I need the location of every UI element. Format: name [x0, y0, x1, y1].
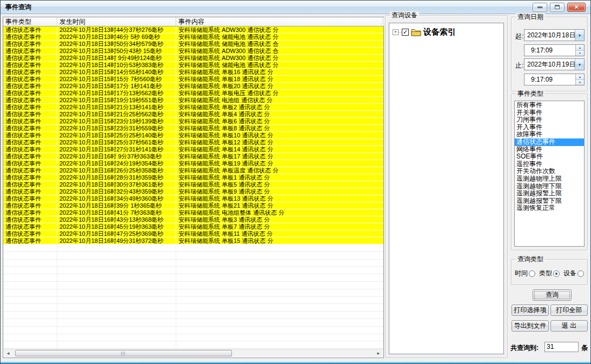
- title-bar[interactable]: 事件查询 ✕: [1, 1, 590, 14]
- table-cell: [57, 341, 176, 349]
- table-row[interactable]: 通信状态事件2022年10月18日15时25分37秒561毫秒安科瑞储能系统 单…: [3, 139, 383, 146]
- spin-down-icon[interactable]: ▼: [576, 80, 584, 85]
- table-cell: 安科瑞储能系统 单板15 通讯状态 分: [176, 237, 383, 244]
- chevron-down-icon[interactable]: ▼: [575, 30, 584, 41]
- table-cell: 2022年10月18日15时23分31秒559毫秒: [57, 125, 176, 132]
- tree-expand-icon[interactable]: +: [393, 29, 399, 35]
- column-header-time[interactable]: 发生时间: [57, 17, 176, 26]
- table-row[interactable]: 通信状态事件2022年10月18日16时39分 1秒365毫秒安科瑞储能系统 单…: [3, 202, 383, 209]
- query-button[interactable]: 查询: [533, 289, 572, 301]
- table-row[interactable]: 通信状态事件2022年10月18日16时24分19秒354毫秒安科瑞储能系统 单…: [3, 160, 383, 167]
- event-type-option[interactable]: 开关事件: [515, 109, 584, 117]
- spin-down-icon[interactable]: ▼: [576, 50, 584, 56]
- table-row: [3, 282, 383, 289]
- radio-button-icon[interactable]: [529, 270, 535, 277]
- table-row[interactable]: 通信状态事件2022年10月18日16时34分49秒360毫秒安科瑞储能系统 单…: [3, 195, 383, 202]
- table-row[interactable]: 通信状态事件2022年10月18日15时23分31秒559毫秒安科瑞储能系统 单…: [3, 125, 383, 132]
- table-row[interactable]: 通信状态事件2022年10月18日15时19分19秒551毫秒安科瑞储能系统 电…: [3, 97, 383, 104]
- table-row[interactable]: 通信状态事件2022年10月18日16时43分13秒368毫秒安科瑞储能系统 单…: [3, 216, 383, 223]
- table-row[interactable]: 通信状态事件2022年10月18日16时41分 7秒363毫秒安科瑞储能系统 电…: [3, 209, 383, 216]
- end-time-input[interactable]: 9:17:09 ▲▼: [524, 74, 585, 85]
- spin-up-icon[interactable]: ▲: [576, 45, 584, 50]
- scrollbar-thumb[interactable]: [15, 350, 232, 356]
- event-type-option[interactable]: 通信状态事件: [515, 138, 584, 146]
- event-type-option[interactable]: 遥测恢复正常: [515, 204, 584, 212]
- table-cell: 2022年10月18日13时46分 5秒 69毫秒: [57, 34, 176, 41]
- event-type-option[interactable]: 遥测越物理上限: [515, 175, 584, 183]
- table-cell: 2022年10月18日13时50分43秒 15毫秒: [57, 48, 176, 55]
- restore-button[interactable]: [550, 3, 565, 12]
- table-row[interactable]: 通信状态事件2022年10月18日16时30分37秒361毫秒安科瑞储能系统 单…: [3, 181, 383, 188]
- event-type-option[interactable]: 开入事件: [515, 124, 584, 131]
- scrollbar-track[interactable]: [12, 349, 374, 357]
- column-header-event-type[interactable]: 事件类型: [3, 17, 57, 26]
- table-row[interactable]: 通信状态事件2022年10月18日16时49分31秒372毫秒安科瑞储能系统 单…: [3, 237, 383, 244]
- table-cell: 2022年10月18日16时39分 1秒365毫秒: [57, 202, 176, 209]
- table-row: [3, 244, 383, 252]
- scroll-left-arrow-icon[interactable]: ◄: [4, 349, 12, 357]
- table-row[interactable]: 通信状态事件2022年10月18日16时45分19秒363毫秒安科瑞储能系统 单…: [3, 223, 383, 230]
- table-row[interactable]: 通信状态事件2022年10月18日13时50分34秒579毫秒安科瑞储能系统 储…: [3, 41, 383, 48]
- table-row[interactable]: 通信状态事件2022年10月18日15时27分31秒141毫秒安科瑞储能系统 单…: [3, 146, 383, 153]
- event-type-option[interactable]: SOE事件: [515, 153, 584, 161]
- table-cell: [176, 244, 383, 252]
- chevron-down-icon[interactable]: ▼: [575, 59, 584, 70]
- table-row[interactable]: 通信状态事件2022年10月18日16时28分31秒359毫秒安科瑞储能系统 单…: [3, 174, 383, 181]
- table-cell: 通信状态事件: [3, 118, 57, 125]
- table-row[interactable]: 通信状态事件2022年10月18日16时47分25秒369毫秒安科瑞储能系统 单…: [3, 230, 383, 237]
- event-type-option[interactable]: 所有事件: [515, 102, 584, 109]
- minimize-button[interactable]: [533, 3, 547, 12]
- start-time-stepper[interactable]: ▲▼: [575, 45, 584, 56]
- table-row[interactable]: 通信状态事件2022年10月18日15时17分13秒562毫秒安科瑞储能系统 单…: [3, 90, 383, 97]
- device-tree[interactable]: + ✓ 设备索引: [389, 23, 504, 354]
- radio-button-icon[interactable]: [553, 270, 560, 277]
- horizontal-scrollbar[interactable]: ◄ ►: [4, 349, 383, 357]
- event-type-list[interactable]: 所有事件开关事件刀闸事件开入事件故障事件通信状态事件网络事件SOE事件遥控事件开…: [514, 101, 585, 247]
- print-selected-button[interactable]: 打印选择项: [512, 305, 549, 316]
- result-count-field[interactable]: 31: [544, 342, 579, 352]
- table-row[interactable]: 通信状态事件2022年10月18日16时 9分37秒363毫秒安科瑞储能系统 单…: [3, 153, 383, 160]
- table-row[interactable]: 通信状态事件2022年10月18日15时15分 7秒560毫秒安科瑞储能系统 单…: [3, 76, 383, 83]
- table-row[interactable]: 通信状态事件2022年10月18日15时21分25秒562毫秒安科瑞储能系统 单…: [3, 111, 383, 118]
- table-row[interactable]: 通信状态事件2022年10月18日14时 9分49秒124毫秒安科瑞储能系统 A…: [3, 55, 383, 62]
- spin-up-icon[interactable]: ▲: [576, 74, 584, 80]
- table-row[interactable]: 通信状态事件2022年10月18日13时50分43秒 15毫秒安科瑞储能系统 A…: [3, 48, 383, 55]
- radio-option[interactable]: 时间: [515, 269, 535, 278]
- event-type-option[interactable]: 遥测越报警上限: [515, 190, 584, 197]
- table-row[interactable]: 通信状态事件2022年10月18日15时25分25秒140毫秒安科瑞储能系统 单…: [3, 132, 383, 139]
- table-row[interactable]: 通信状态事件2022年10月18日15时21分13秒141毫秒安科瑞储能系统 单…: [3, 104, 383, 111]
- tree-item-device-index[interactable]: + ✓ 设备索引: [389, 23, 503, 37]
- table-row[interactable]: 通信状态事件2022年10月18日15时14分55秒140毫秒安科瑞储能系统 单…: [3, 69, 383, 76]
- table-row: [3, 297, 383, 305]
- table-row[interactable]: 通信状态事件2022年10月18日13时44分37秒276毫秒安科瑞储能系统 A…: [3, 27, 383, 34]
- table-row[interactable]: 通信状态事件2022年10月18日16时32分43秒359毫秒安科瑞储能系统 单…: [3, 188, 383, 195]
- end-time-stepper[interactable]: ▲▼: [575, 74, 584, 85]
- table-row[interactable]: 通信状态事件2022年10月18日15时17分 1秒141毫秒安科瑞储能系统 单…: [3, 83, 383, 90]
- table-row[interactable]: 通信状态事件2022年10月18日14时10分53秒383毫秒安科瑞储能系统 储…: [3, 62, 383, 69]
- radio-option[interactable]: 设备: [563, 269, 584, 278]
- table-row[interactable]: 通信状态事件2022年10月18日16时26分25秒358毫秒安科瑞储能系统 单…: [3, 167, 383, 174]
- radio-button-icon[interactable]: [577, 270, 584, 277]
- event-type-option[interactable]: 刀闸事件: [515, 116, 584, 124]
- event-type-option[interactable]: 网络事件: [515, 146, 584, 154]
- table-row[interactable]: 通信状态事件2022年10月18日13时46分 5秒 69毫秒安科瑞储能系统 储…: [3, 34, 383, 41]
- start-date-select[interactable]: 2022年10月18日 ▼: [524, 29, 585, 41]
- event-type-option[interactable]: 开关动作次数: [515, 168, 584, 175]
- end-date-select[interactable]: 2022年10月19日 ▼: [524, 58, 585, 70]
- close-button[interactable]: ✕: [567, 3, 586, 12]
- exit-button[interactable]: 退 出: [550, 320, 588, 332]
- window-title: 事件查询: [5, 3, 31, 12]
- start-time-input[interactable]: 9:17:09 ▲▼: [524, 44, 585, 56]
- event-type-option[interactable]: 遥测越报警下限: [515, 197, 584, 205]
- print-all-button[interactable]: 打印全部: [550, 305, 588, 316]
- column-header-content[interactable]: 事件内容: [176, 17, 383, 26]
- radio-option[interactable]: 类型: [539, 269, 560, 278]
- export-to-file-button[interactable]: 导出到文件: [512, 320, 549, 332]
- event-type-option[interactable]: 遥控事件: [515, 161, 584, 168]
- table-cell: 通信状态事件: [3, 181, 57, 188]
- event-type-option[interactable]: 故障事件: [515, 131, 584, 138]
- event-type-option[interactable]: 遥测越物理下限: [515, 183, 584, 190]
- table-row[interactable]: 通信状态事件2022年10月18日15时23分19秒139毫秒安科瑞储能系统 单…: [3, 118, 383, 125]
- tree-checkbox[interactable]: ✓: [402, 29, 409, 36]
- scroll-right-arrow-icon[interactable]: ►: [374, 349, 383, 357]
